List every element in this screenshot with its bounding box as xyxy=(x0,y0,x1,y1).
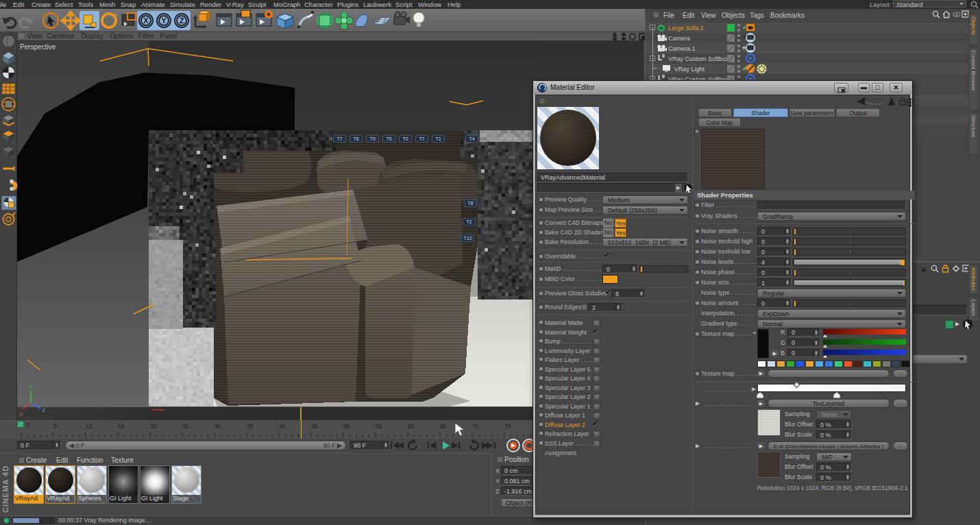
svg-text:70: 70 xyxy=(472,423,479,430)
svg-text:75: 75 xyxy=(504,423,511,430)
svg-text:Z: Z xyxy=(42,407,45,413)
svg-text:20: 20 xyxy=(150,423,157,430)
svg-text:25: 25 xyxy=(182,423,189,430)
svg-text:Y: Y xyxy=(28,384,32,391)
svg-text:40: 40 xyxy=(279,423,286,430)
svg-text:60: 60 xyxy=(408,423,415,430)
svg-text:15: 15 xyxy=(118,423,125,430)
svg-text:50: 50 xyxy=(343,423,350,430)
svg-text:35: 35 xyxy=(247,423,254,430)
svg-text:45: 45 xyxy=(311,423,318,430)
svg-text:5: 5 xyxy=(53,423,57,430)
svg-text:X: X xyxy=(143,16,149,25)
svg-text:Z: Z xyxy=(180,16,184,25)
svg-text:30: 30 xyxy=(215,423,221,430)
svg-text:X: X xyxy=(19,411,23,417)
svg-text:10: 10 xyxy=(86,423,93,430)
svg-text:55: 55 xyxy=(376,423,382,430)
svg-text:Y: Y xyxy=(161,16,167,25)
svg-text:65: 65 xyxy=(440,423,447,430)
